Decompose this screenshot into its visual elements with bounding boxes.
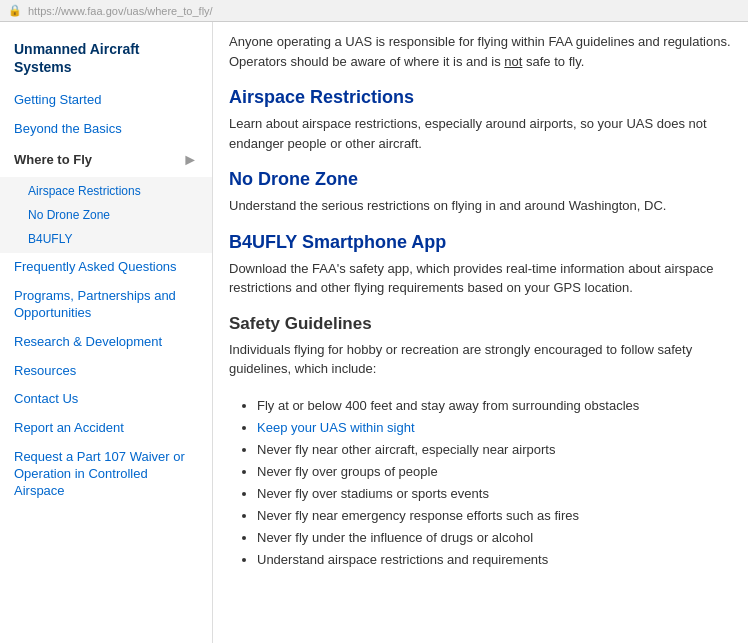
- no-drone-zone-heading[interactable]: No Drone Zone: [229, 169, 732, 190]
- safety-intro: Individuals flying for hobby or recreati…: [229, 340, 732, 379]
- sidebar-item-airspace-restrictions[interactable]: Airspace Restrictions: [0, 179, 212, 203]
- sidebar-item-programs[interactable]: Programs, Partnerships and Opportunities: [0, 282, 212, 328]
- bullet-4: Never fly over groups of people: [257, 461, 732, 483]
- bullet-6: Never fly near emergency response effort…: [257, 505, 732, 527]
- bullet-2: Keep your UAS within sight: [257, 417, 732, 439]
- b4ufly-body: Download the FAA's safety app, which pro…: [229, 259, 732, 298]
- sidebar-item-where-to-fly[interactable]: Where to Fly ►: [0, 144, 212, 177]
- sidebar-item-resources[interactable]: Resources: [0, 357, 212, 386]
- airspace-restrictions-body: Learn about airspace restrictions, espec…: [229, 114, 732, 153]
- main-content: Anyone operating a UAS is responsible fo…: [213, 22, 748, 643]
- sidebar-item-part107[interactable]: Request a Part 107 Waiver or Operation i…: [0, 443, 212, 506]
- bullet-1: Fly at or below 400 feet and stay away f…: [257, 395, 732, 417]
- sidebar-item-beyond-basics[interactable]: Beyond the Basics: [0, 115, 212, 144]
- intro-paragraph: Anyone operating a UAS is responsible fo…: [229, 32, 732, 71]
- airspace-restrictions-heading[interactable]: Airspace Restrictions: [229, 87, 732, 108]
- sidebar-item-b4ufly[interactable]: B4UFLY: [0, 227, 212, 251]
- browser-url[interactable]: https://www.faa.gov/uas/where_to_fly/: [28, 5, 213, 17]
- sidebar-item-research[interactable]: Research & Development: [0, 328, 212, 357]
- sidebar-title: Unmanned Aircraft Systems: [0, 32, 212, 86]
- sidebar-item-getting-started[interactable]: Getting Started: [0, 86, 212, 115]
- sidebar-item-faq[interactable]: Frequently Asked Questions: [0, 253, 212, 282]
- arrow-icon: ►: [182, 150, 198, 171]
- bullet-8: Understand airspace restrictions and req…: [257, 549, 732, 571]
- sidebar: Unmanned Aircraft Systems Getting Starte…: [0, 22, 213, 643]
- bullet-5: Never fly over stadiums or sports events: [257, 483, 732, 505]
- page-container: Unmanned Aircraft Systems Getting Starte…: [0, 22, 748, 643]
- safety-bullets: Fly at or below 400 feet and stay away f…: [229, 395, 732, 572]
- bullet-7: Never fly under the influence of drugs o…: [257, 527, 732, 549]
- browser-secure-icon: 🔒: [8, 4, 22, 17]
- sidebar-item-contact[interactable]: Contact Us: [0, 385, 212, 414]
- sidebar-item-no-drone-zone[interactable]: No Drone Zone: [0, 203, 212, 227]
- sidebar-item-report-accident[interactable]: Report an Accident: [0, 414, 212, 443]
- safety-guidelines-heading: Safety Guidelines: [229, 314, 732, 334]
- b4ufly-heading[interactable]: B4UFLY Smartphone App: [229, 232, 732, 253]
- no-drone-zone-body: Understand the serious restrictions on f…: [229, 196, 732, 216]
- browser-bar: 🔒 https://www.faa.gov/uas/where_to_fly/: [0, 0, 748, 22]
- sidebar-submenu: Airspace Restrictions No Drone Zone B4UF…: [0, 177, 212, 253]
- bullet-3: Never fly near other aircraft, especiall…: [257, 439, 732, 461]
